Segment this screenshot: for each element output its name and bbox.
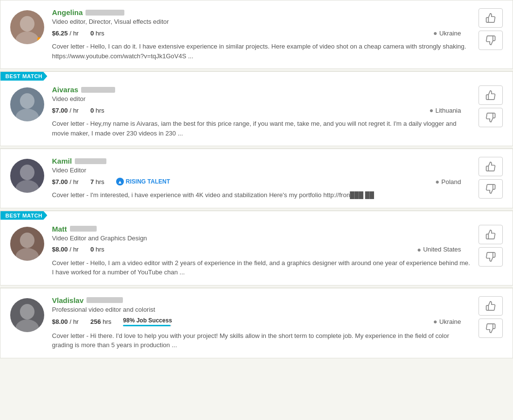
rate-kamil: $7.00 / hr xyxy=(52,178,79,185)
rate-angelina: $6.25 / hr xyxy=(52,30,79,37)
actions-aivaras xyxy=(479,85,503,127)
main-info-matt: Matt Video Editor and Graphics Design $8… xyxy=(52,225,471,277)
name-redacted-kamil xyxy=(75,158,106,164)
card-aivaras: BEST MATCH Aivaras Video editor $7.00 / … xyxy=(0,71,513,146)
title-angelina: Video editor, Director, Visual effects e… xyxy=(52,18,471,25)
actions-vladislav xyxy=(479,296,503,338)
hrs-vladislav: 256 hrs xyxy=(90,318,111,325)
name-row-angelina: Angelina xyxy=(52,8,471,17)
svg-point-6 xyxy=(20,233,34,248)
location-pin-icon: ● xyxy=(417,246,421,253)
title-matt: Video Editor and Graphics Design xyxy=(52,235,471,242)
svg-point-5 xyxy=(16,180,39,193)
thumbs-up-button-angelina[interactable] xyxy=(479,8,503,28)
svg-point-4 xyxy=(20,165,34,180)
rising-talent-badge-kamil: ▲ RISING TALENT xyxy=(116,178,170,185)
thumbs-down-button-aivaras[interactable] xyxy=(479,108,503,127)
avatar-kamil xyxy=(10,159,44,193)
name-row-kamil: Kamil xyxy=(52,157,471,165)
rate-aivaras: $7.00 / hr xyxy=(52,107,79,114)
hrs-aivaras: 0 hrs xyxy=(90,107,104,114)
avatar-angelina xyxy=(10,10,44,44)
cover-letter-angelina: Cover letter - Hello, I can do it. I hav… xyxy=(52,42,471,61)
hrs-matt: 0 hrs xyxy=(90,246,104,253)
name-redacted-matt xyxy=(70,226,97,232)
name-link-vladislav[interactable]: Vladislav xyxy=(52,296,84,304)
svg-point-3 xyxy=(16,109,39,121)
job-success-bar-vladislav xyxy=(123,325,171,326)
location-pin-icon: ● xyxy=(433,29,437,37)
card-angelina: Angelina Video editor, Director, Visual … xyxy=(0,0,513,69)
svg-point-7 xyxy=(16,248,39,261)
job-success-vladislav: 98% Job Success xyxy=(123,317,172,326)
meta-row-matt: $8.00 / hr 0 hrs ● United States xyxy=(52,246,471,253)
actions-matt xyxy=(479,225,503,267)
job-success-fill-vladislav xyxy=(123,325,171,326)
cover-letter-kamil: Cover letter - I'm interested, i have ex… xyxy=(52,190,471,200)
location-kamil: ● Poland xyxy=(435,178,461,185)
svg-point-2 xyxy=(20,93,34,109)
title-aivaras: Video editor xyxy=(52,95,471,102)
card-inner-vladislav: Vladislav Professional video editor and … xyxy=(10,296,503,350)
name-redacted-aivaras xyxy=(81,87,115,93)
name-link-matt[interactable]: Matt xyxy=(52,225,67,233)
avatar-vladislav xyxy=(10,298,44,332)
rate-vladislav: $8.00 / hr xyxy=(52,318,79,325)
cover-letter-vladislav: Cover letter - Hi there. I'd love to hel… xyxy=(52,331,471,350)
main-info-aivaras: Aivaras Video editor $7.00 / hr 0 hrs ● … xyxy=(52,85,471,138)
location-matt: ● United States xyxy=(417,246,461,253)
name-redacted-angelina xyxy=(86,10,124,16)
name-row-matt: Matt xyxy=(52,225,471,233)
name-row-aivaras: Aivaras xyxy=(52,85,471,94)
hrs-angelina: 0 hrs xyxy=(90,30,104,37)
thumbs-up-button-matt[interactable] xyxy=(479,225,503,244)
main-info-kamil: Kamil Video Editor $7.00 / hr 7 hrs ▲ RI… xyxy=(52,157,471,200)
name-link-aivaras[interactable]: Aivaras xyxy=(52,85,78,94)
actions-angelina xyxy=(479,8,503,50)
main-info-angelina: Angelina Video editor, Director, Visual … xyxy=(52,8,471,61)
hrs-kamil: 7 hrs xyxy=(90,178,104,185)
thumbs-down-button-vladislav[interactable] xyxy=(479,319,503,338)
thumbs-down-button-matt[interactable] xyxy=(479,247,503,267)
location-pin-icon: ● xyxy=(433,318,437,325)
svg-point-8 xyxy=(20,304,34,319)
best-match-badge: BEST MATCH xyxy=(0,211,47,220)
cover-letter-aivaras: Cover letter - Hey,my name is Aivaras, i… xyxy=(52,119,471,138)
meta-row-kamil: $7.00 / hr 7 hrs ▲ RISING TALENT ● Polan… xyxy=(52,178,471,185)
name-redacted-vladislav xyxy=(86,297,123,303)
cover-letter-matt: Cover letter - Hello, I am a video edito… xyxy=(52,258,471,277)
avatar-aivaras xyxy=(10,87,44,121)
meta-row-aivaras: $7.00 / hr 0 hrs ● Lithuania xyxy=(52,106,471,114)
name-row-vladislav: Vladislav xyxy=(52,296,471,304)
card-inner-angelina: Angelina Video editor, Director, Visual … xyxy=(10,8,503,61)
location-angelina: ● Ukraine xyxy=(433,29,461,37)
location-aivaras: ● Lithuania xyxy=(429,106,461,114)
title-kamil: Video Editor xyxy=(52,167,471,174)
location-pin-icon: ● xyxy=(435,178,439,185)
applicants-list: Angelina Video editor, Director, Visual … xyxy=(0,0,513,358)
svg-point-9 xyxy=(16,319,39,332)
avatar-matt xyxy=(10,227,44,261)
card-vladislav: Vladislav Professional video editor and … xyxy=(0,288,513,358)
thumbs-down-button-kamil[interactable] xyxy=(479,179,503,199)
name-link-angelina[interactable]: Angelina xyxy=(52,8,83,17)
rising-talent-icon: ▲ xyxy=(116,178,124,185)
meta-row-angelina: $6.25 / hr 0 hrs ● Ukraine xyxy=(52,29,471,37)
thumbs-up-button-aivaras[interactable] xyxy=(479,85,503,105)
thumbs-down-button-angelina[interactable] xyxy=(479,31,503,50)
title-vladislav: Professional video editor and colorist xyxy=(52,306,471,313)
name-link-kamil[interactable]: Kamil xyxy=(52,157,72,165)
card-matt: BEST MATCH Matt Video Editor and Graphic… xyxy=(0,211,513,286)
thumbs-up-button-vladislav[interactable] xyxy=(479,296,503,316)
avatar-badge xyxy=(37,37,42,42)
card-inner-matt: Matt Video Editor and Graphics Design $8… xyxy=(10,225,503,277)
actions-kamil xyxy=(479,157,503,199)
card-kamil: Kamil Video Editor $7.00 / hr 7 hrs ▲ RI… xyxy=(0,149,513,208)
thumbs-up-button-kamil[interactable] xyxy=(479,157,503,176)
card-inner-aivaras: Aivaras Video editor $7.00 / hr 0 hrs ● … xyxy=(10,85,503,138)
rate-matt: $8.00 / hr xyxy=(52,246,79,253)
location-vladislav: ● Ukraine xyxy=(433,318,461,325)
svg-point-1 xyxy=(16,32,39,44)
main-info-vladislav: Vladislav Professional video editor and … xyxy=(52,296,471,350)
location-pin-icon: ● xyxy=(429,106,433,114)
